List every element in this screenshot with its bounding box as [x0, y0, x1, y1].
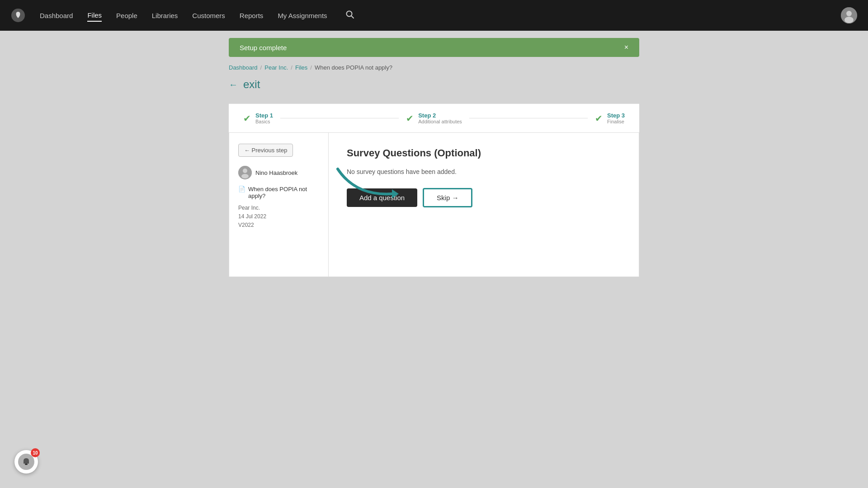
survey-title: Survey Questions (Optional) — [347, 147, 621, 159]
svg-rect-11 — [25, 464, 28, 465]
nav-people[interactable]: People — [116, 10, 137, 21]
left-panel: ← Previous step Nino Haasbroek 📄 When do… — [229, 133, 329, 277]
main-content: Setup complete × Dashboard / Pear Inc. /… — [222, 38, 646, 277]
page-wrapper: Setup complete × Dashboard / Pear Inc. /… — [0, 38, 868, 488]
step-1: ✔ Step 1 Basics — [243, 112, 273, 124]
step-1-sublabel: Basics — [255, 119, 273, 124]
step-1-check-icon: ✔ — [243, 113, 251, 124]
nav-files[interactable]: Files — [87, 9, 102, 22]
file-title: When does POPIA not apply? — [248, 186, 319, 199]
step-divider-2 — [469, 118, 588, 118]
breadcrumb: Dashboard / Pear Inc. / Files / When doe… — [229, 64, 639, 71]
nav-reports[interactable]: Reports — [240, 10, 264, 21]
file-version: V2022 — [238, 221, 319, 230]
step-2-label: Step 2 — [418, 112, 462, 119]
notification-widget[interactable]: 10 — [14, 450, 38, 474]
file-name-row: 📄 When does POPIA not apply? — [238, 186, 319, 199]
setup-banner: Setup complete × — [229, 38, 639, 57]
exit-row: ← exit — [229, 78, 639, 91]
svg-point-4 — [846, 11, 852, 16]
document-icon: 📄 — [238, 186, 245, 192]
breadcrumb-company[interactable]: Pear Inc. — [264, 64, 288, 71]
breadcrumb-files[interactable]: Files — [295, 64, 307, 71]
setup-banner-close[interactable]: × — [624, 43, 628, 52]
nav-dashboard[interactable]: Dashboard — [40, 10, 73, 21]
navbar-right — [841, 7, 857, 23]
breadcrumb-sep-3: / — [310, 64, 312, 71]
svg-point-8 — [241, 174, 249, 178]
breadcrumb-current: When does POPIA not apply? — [315, 64, 392, 71]
nav-customers[interactable]: Customers — [192, 10, 225, 21]
previous-step-button[interactable]: ← Previous step — [238, 144, 293, 157]
step-3-label: Step 3 — [607, 112, 625, 119]
app-logo — [11, 8, 25, 23]
no-questions-text: No survey questions have been added. — [347, 168, 621, 175]
right-panel: Survey Questions (Optional) No survey qu… — [329, 133, 639, 277]
owner-name: Nino Haasbroek — [255, 169, 297, 176]
exit-back-arrow[interactable]: ← — [229, 80, 238, 90]
skip-button[interactable]: Skip → — [423, 188, 472, 207]
breadcrumb-sep-2: / — [291, 64, 292, 71]
step-divider-1 — [280, 118, 399, 118]
step-2-sublabel: Additional attributes — [418, 119, 462, 124]
body-panel: ← Previous step Nino Haasbroek 📄 When do… — [229, 132, 639, 277]
file-owner: Nino Haasbroek — [238, 166, 319, 179]
svg-point-7 — [243, 169, 247, 173]
action-buttons: Add a question Skip → — [347, 188, 621, 207]
setup-banner-text: Setup complete — [240, 44, 287, 52]
navbar: Dashboard Files People Libraries Custome… — [0, 0, 868, 31]
search-icon[interactable] — [345, 10, 354, 21]
file-date: 14 Jul 2022 — [238, 212, 319, 221]
step-3: ✔ Step 3 Finalise — [595, 112, 625, 124]
breadcrumb-dashboard[interactable]: Dashboard — [229, 64, 258, 71]
breadcrumb-sep-1: / — [260, 64, 262, 71]
svg-point-5 — [844, 17, 854, 23]
step-2-check-icon: ✔ — [406, 113, 414, 124]
step-1-label: Step 1 — [255, 112, 273, 119]
notification-badge: 10 — [31, 448, 40, 457]
file-company: Pear Inc. — [238, 204, 319, 212]
file-meta: Pear Inc. 14 Jul 2022 V2022 — [238, 204, 319, 230]
nav-my-assignments[interactable]: My Assignments — [278, 10, 327, 21]
step-3-sublabel: Finalise — [607, 119, 625, 124]
svg-line-2 — [351, 16, 354, 18]
step-3-check-icon: ✔ — [595, 113, 603, 124]
step-2: ✔ Step 2 Additional attributes — [406, 112, 462, 124]
steps-bar: ✔ Step 1 Basics ✔ Step 2 Additional attr… — [229, 103, 639, 132]
add-question-button[interactable]: Add a question — [347, 188, 417, 207]
nav-libraries[interactable]: Libraries — [152, 10, 178, 21]
owner-avatar — [238, 166, 252, 179]
user-avatar[interactable] — [841, 7, 857, 23]
exit-label[interactable]: exit — [243, 78, 260, 91]
